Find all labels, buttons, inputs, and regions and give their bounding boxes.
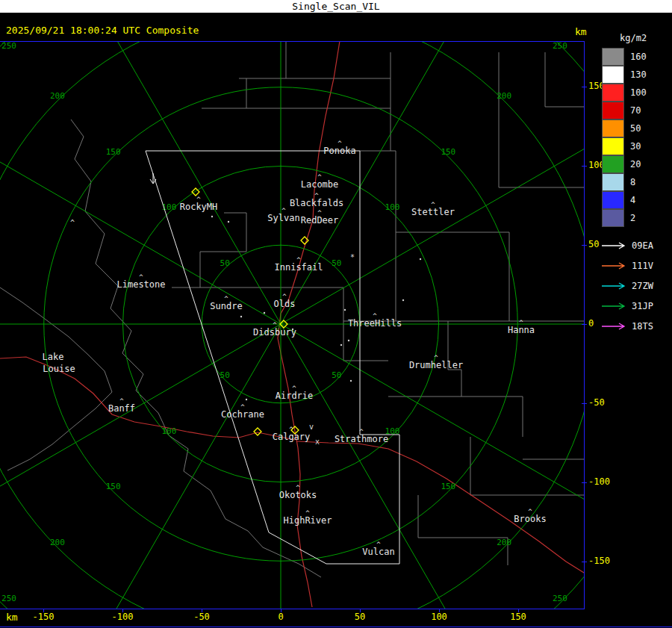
echo-dot: [402, 299, 404, 301]
city-label-okotoks: Okotoks: [279, 490, 317, 500]
right-axis-tick: [582, 482, 587, 483]
window-title: Single_Scan_VIL: [292, 1, 379, 12]
legend-panel: kg/m2 16013010070503020842 09EA111V27ZW3…: [597, 27, 672, 355]
bottom-axis-tick-label: -50: [187, 612, 217, 622]
range-ring-label: 250: [553, 594, 567, 603]
county-boundary: [0, 287, 112, 470]
radar-map: 5050505010010010010015015015015020020020…: [0, 41, 585, 609]
city-label-louise: Louise: [43, 364, 75, 374]
map-glyph: v: [309, 423, 314, 431]
radar-site-diamond: [254, 428, 261, 435]
right-axis-tick: [582, 562, 587, 562]
echo-dot: [340, 344, 342, 346]
city-label-didsbury: Didsbury: [253, 327, 296, 338]
radar-arrow-icon: [600, 281, 629, 291]
range-ring-label: 150: [106, 482, 121, 491]
city-label-olds: Olds: [274, 299, 296, 309]
echo-dot: [211, 216, 213, 217]
range-ring-label: 250: [1, 594, 16, 603]
bottom-axis-tick-label: 50: [345, 612, 375, 622]
city-label-calgary: Calgary: [273, 432, 311, 442]
window-title-bar[interactable]: Single_Scan_VIL: [0, 0, 672, 13]
range-ring-label: 150: [106, 147, 121, 157]
radar-app-window: { "window": { "title": "Single_Scan_VIL"…: [0, 0, 672, 628]
legend-swatch-50: [602, 119, 624, 137]
city-label-brooks: Brooks: [514, 514, 546, 524]
legend-swatch-2: [602, 209, 624, 227]
city-label-ponoka: Ponoka: [323, 146, 355, 156]
city-label-airdrie: Airdrie: [276, 391, 314, 401]
range-ring-label: 250: [553, 41, 567, 51]
range-ring-label: 150: [441, 482, 455, 491]
city-label-stettler: Stettler: [411, 207, 455, 217]
right-axis-tick: [582, 403, 587, 404]
echo-dot: [264, 312, 265, 314]
right-axis-tick: [582, 87, 587, 87]
legend-swatch-130: [602, 66, 624, 84]
legend-swatch-8: [602, 173, 624, 191]
right-axis-unit: km: [575, 26, 587, 37]
radar-arrow-icon: [600, 261, 629, 271]
legend-value-50: 50: [630, 119, 641, 137]
county-boundary: [71, 119, 263, 547]
county-boundary: [360, 151, 396, 321]
echo-dot: [228, 221, 229, 223]
legend-swatch-160: [602, 48, 624, 66]
map-border-bottom: [0, 609, 585, 609]
radial-line: [281, 324, 585, 533]
radar-id-09EA: 09EA: [632, 240, 653, 251]
range-ring-label: 50: [332, 370, 341, 380]
legend-value-2: 2: [630, 209, 635, 227]
city-label-hanna: Hanna: [508, 325, 535, 335]
right-axis-tick-label: -150: [588, 556, 610, 566]
legend-value-100: 100: [630, 84, 647, 102]
range-ring-label: 100: [162, 426, 177, 436]
echo-dot: [350, 380, 352, 382]
bottom-axis-tick-label: 100: [424, 612, 454, 622]
bottom-axis-tick-label: -150: [28, 612, 58, 622]
city-label-rockymh: RockyMH: [180, 202, 218, 212]
county-boundary: [396, 232, 509, 321]
legend-value-30: 30: [630, 137, 641, 155]
city-label-strathmore: Strathmore: [335, 434, 388, 444]
county-boundary: [263, 547, 321, 577]
radial-line: [72, 324, 281, 609]
storm-vector-arrow: [150, 173, 156, 184]
city-label-reddeer: RedDeer: [301, 215, 339, 226]
city-label-lake: Lake: [43, 352, 64, 362]
legend-value-20: 20: [630, 155, 641, 173]
legend-value-160: 160: [630, 48, 647, 66]
legend-swatch-4: [602, 191, 624, 209]
legend-value-4: 4: [630, 191, 635, 209]
city-label-blackfalds: Blackfalds: [290, 198, 343, 208]
map-glyph: *: [350, 253, 355, 261]
right-axis-tick: [582, 324, 587, 325]
legend-unit-label: kg/m2: [620, 33, 647, 43]
bottom-axis-tick-label: 0: [266, 612, 296, 622]
legend-value-70: 70: [630, 102, 641, 119]
legend-swatch-100: [602, 84, 624, 102]
right-axis-tick-label: -100: [588, 476, 610, 487]
scan-timestamp: 2025/09/21 18:00:24 UTC Composite: [6, 25, 199, 36]
right-axis-tick-label: -50: [588, 397, 605, 408]
bottom-axis-tick-label: 150: [503, 612, 533, 622]
bottom-axis-unit: km: [6, 612, 18, 623]
echo-dot: [240, 316, 242, 317]
range-ring-label: 250: [1, 41, 16, 51]
county-boundary: [499, 52, 584, 187]
city-label-lacombe: Lacombe: [301, 179, 339, 190]
county-boundary: [545, 52, 584, 107]
legend-swatch-20: [602, 155, 624, 173]
city-label-drumheller: Drumheller: [409, 360, 463, 370]
radar-id-111V: 111V: [632, 261, 653, 271]
city-label-sundre: Sundre: [210, 301, 242, 311]
range-ring-label: 200: [50, 538, 65, 547]
right-axis-tick-label: 0: [588, 318, 594, 329]
echo-dot: [344, 309, 346, 311]
county-boundary: [418, 495, 508, 565]
city-label-sylvan: Sylvan: [267, 213, 299, 223]
bottom-axis-tick-label: -100: [108, 612, 137, 622]
city-label-innisfail: Innisfail: [274, 262, 323, 273]
radar-id-18TS: 18TS: [632, 321, 653, 332]
right-axis-tick: [582, 245, 587, 246]
